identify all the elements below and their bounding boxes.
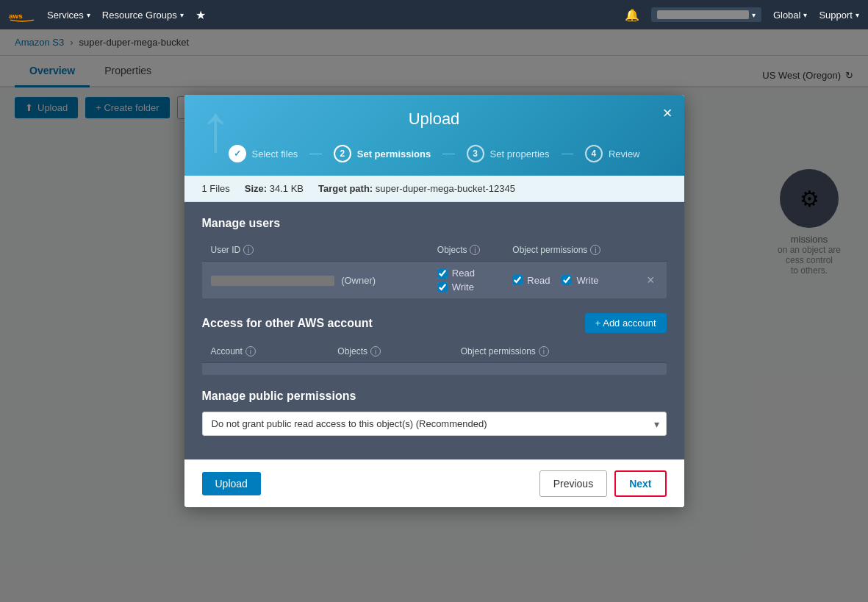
manage-users-title: Manage users (202, 217, 667, 230)
remove-user-button[interactable]: × (644, 273, 658, 288)
col-account: Account i (202, 340, 329, 363)
file-size: Size: 34.1 KB (245, 183, 304, 194)
support-chevron-icon: ▾ (856, 11, 859, 19)
add-account-button[interactable]: + Add account (585, 313, 667, 333)
manage-users-section: Manage users User ID i (202, 217, 667, 298)
empty-row (202, 363, 667, 376)
step-3-circle: 3 (467, 145, 484, 162)
access-title: Access for other AWS account (202, 317, 373, 330)
modal-header: ↑ Upload × ✓ Select files 2 Set permissi… (184, 95, 684, 176)
step-2-circle: 2 (334, 145, 351, 162)
col-acct-objects: Objects i (329, 340, 451, 363)
support-menu[interactable]: Support ▾ (819, 10, 859, 21)
upload-submit-button[interactable]: Upload (202, 472, 261, 495)
objects-cell: Read Write (428, 262, 504, 299)
account-menu[interactable]: ████████████████ ▾ (651, 7, 761, 22)
public-permissions-select[interactable]: Do not grant public read access to this … (202, 412, 667, 436)
col-user-id: User ID i (202, 239, 428, 262)
services-chevron-icon: ▾ (87, 11, 90, 19)
region-chevron-icon: ▾ (803, 11, 807, 19)
manage-public-title: Manage public permissions (202, 390, 667, 403)
step-set-permissions[interactable]: 2 Set permissions (322, 140, 442, 167)
access-section: Access for other AWS account + Add accou… (202, 313, 667, 375)
account-chevron-icon: ▾ (752, 11, 756, 19)
col-acct-perms: Object permissions i (452, 340, 667, 363)
table-row: ████████████████ (Owner) Read (202, 262, 667, 299)
perms-write-checkbox[interactable] (562, 275, 572, 285)
manage-public-section: Manage public permissions Do not grant p… (202, 390, 667, 436)
step-1-label: Select files (252, 148, 298, 160)
object-perms-info-icon[interactable]: i (590, 245, 600, 255)
users-table: User ID i Objects i (202, 239, 667, 298)
step-1-circle: ✓ (229, 145, 246, 162)
modal-body: Manage users User ID i (184, 202, 684, 459)
step-set-properties[interactable]: 3 Set properties (455, 140, 562, 167)
step-sep-3 (562, 154, 573, 154)
step-sep-2 (442, 154, 454, 154)
steps-indicator: ✓ Select files 2 Set permissions 3 Set p… (202, 140, 667, 167)
info-bar: 1 Files Size: 34.1 KB Target path: super… (184, 176, 684, 202)
acct-objects-info-icon[interactable]: i (370, 346, 381, 356)
objects-write-checkbox[interactable] (437, 282, 448, 293)
step-review[interactable]: 4 Review (573, 140, 652, 167)
user-id-info-icon[interactable]: i (243, 245, 254, 255)
public-permissions-wrapper: Do not grant public read access to this … (202, 412, 667, 436)
previous-button[interactable]: Previous (539, 470, 607, 497)
step-sep-1 (309, 154, 321, 154)
acct-perms-info-icon[interactable]: i (539, 346, 549, 356)
modal-close-button[interactable]: × (663, 105, 672, 121)
accounts-table: Account i Objects i (202, 340, 667, 375)
step-4-circle: 4 (585, 145, 603, 162)
modal-footer: Upload Previous Next (184, 459, 684, 507)
aws-logo: aws (9, 6, 35, 24)
perms-cell: Read Write (503, 262, 635, 299)
account-info-icon[interactable]: i (245, 346, 256, 356)
access-header: Access for other AWS account + Add accou… (202, 313, 667, 333)
user-id-cell: ████████████████ (Owner) (202, 262, 428, 299)
svg-text:aws: aws (9, 12, 23, 20)
objects-info-icon[interactable]: i (470, 245, 480, 255)
top-navigation: aws Services ▾ Resource Groups ▾ ★ 🔔 ███… (0, 0, 868, 29)
services-menu[interactable]: Services ▾ (47, 10, 90, 21)
resource-groups-chevron-icon: ▾ (180, 11, 184, 19)
modal-title: Upload (202, 110, 667, 129)
resource-groups-menu[interactable]: Resource Groups ▾ (102, 10, 184, 21)
col-object-permissions: Object permissions i (503, 239, 635, 262)
footer-nav-buttons: Previous Next (539, 470, 667, 497)
modal-overlay: ↑ Upload × ✓ Select files 2 Set permissi… (0, 29, 868, 602)
files-count: 1 Files (202, 183, 230, 194)
next-button[interactable]: Next (614, 470, 666, 497)
step-select-files[interactable]: ✓ Select files (217, 140, 310, 167)
objects-read-checkbox[interactable] (437, 268, 448, 279)
remove-cell: × (635, 262, 667, 299)
target-path: Target path: super-duper-mega-bucket-123… (318, 183, 515, 194)
upload-modal: ↑ Upload × ✓ Select files 2 Set permissi… (184, 95, 684, 507)
step-2-label: Set permissions (357, 148, 431, 160)
col-actions (635, 239, 667, 262)
region-menu[interactable]: Global ▾ (773, 10, 808, 21)
favorites-icon[interactable]: ★ (196, 8, 206, 22)
perms-read-checkbox[interactable] (512, 275, 523, 285)
page-content: Amazon S3 › super-duper-mega-bucket Over… (0, 29, 868, 602)
step-4-label: Review (609, 148, 640, 160)
step-3-label: Set properties (490, 148, 550, 160)
notifications-bell-icon[interactable]: 🔔 (625, 8, 639, 22)
col-objects: Objects i (428, 239, 504, 262)
